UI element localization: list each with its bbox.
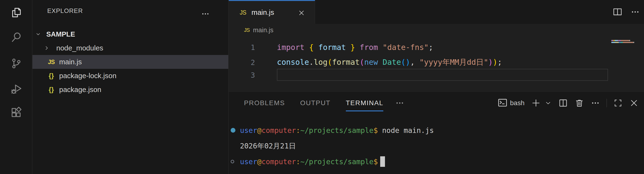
panel-tab-problems[interactable]: PROBLEMS [244, 92, 285, 114]
panel-header: PROBLEMSOUTPUTTERMINAL bash [229, 92, 644, 114]
launch-profile-chevron-icon[interactable] [544, 99, 552, 107]
js-file-icon: JS [244, 27, 250, 33]
source-control-icon[interactable] [10, 57, 23, 70]
file-row-package-lock.json[interactable]: {}package-lock.json [32, 69, 228, 83]
split-editor-icon[interactable] [612, 7, 622, 17]
panel-tab-terminal[interactable]: TERMINAL [346, 92, 384, 114]
chevron-down-icon[interactable] [35, 31, 41, 37]
maximize-panel-icon[interactable] [614, 98, 622, 108]
sidebar-more-actions-icon[interactable] [201, 10, 210, 18]
terminal-cursor [380, 156, 385, 167]
run-and-debug-icon[interactable] [10, 82, 23, 95]
code-text: console.log(format(new Date(), "yyyy年MM月… [277, 57, 502, 68]
file-row-node_modules[interactable]: node_modules [32, 41, 228, 55]
close-panel-icon[interactable] [629, 98, 639, 108]
minimap[interactable] [611, 40, 636, 44]
code-line-3[interactable]: 3 [229, 70, 277, 80]
file-label: package-lock.json [59, 72, 116, 80]
terminal-line: user@computer:~/projects/sample$ node ma… [229, 125, 434, 135]
editor-actions [612, 0, 640, 24]
file-label: package.json [59, 86, 101, 94]
command-pending-decoration-icon[interactable] [231, 160, 234, 163]
activity-bar [0, 0, 32, 174]
file-tree: SAMPLE node_modulesJSmain.js{}package-lo… [32, 27, 228, 97]
json-file-icon: {} [46, 72, 57, 80]
file-label: main.js [59, 58, 82, 66]
terminal-profile[interactable]: bash [498, 98, 524, 108]
breadcrumb: JS main.js [229, 24, 644, 36]
file-label: node_modules [56, 44, 103, 52]
js-file-icon: JS [240, 9, 246, 16]
code-line-2[interactable]: 2console.log(format(new Date(), "yyyy年MM… [229, 57, 502, 68]
file-list: node_modulesJSmain.js{}package-lock.json… [32, 41, 228, 97]
tab-main-js[interactable]: JS main.js [229, 0, 315, 24]
terminal-line: user@computer:~/projects/sample$ [229, 156, 385, 167]
minimap-line [611, 42, 636, 43]
tree-root-sample[interactable]: SAMPLE [32, 27, 228, 41]
bottom-panel: PROBLEMSOUTPUTTERMINAL bash [229, 91, 644, 174]
js-file-icon: JS [46, 59, 57, 66]
file-row-package.json[interactable]: {}package.json [32, 83, 228, 97]
extensions-icon[interactable] [10, 106, 23, 119]
json-file-icon: {} [46, 86, 57, 93]
search-icon[interactable] [10, 31, 23, 44]
line-number: 3 [229, 71, 255, 79]
tree-root-label: SAMPLE [46, 30, 75, 38]
current-line-highlight [277, 69, 608, 81]
tab-close-icon[interactable] [298, 9, 305, 17]
editor-group: JS main.js JS main.js 1import { format }… [229, 0, 644, 91]
line-number: 2 [229, 58, 255, 67]
explorer-sidebar: EXPLORER SAMPLE node_modulesJSmain.js{}p… [32, 0, 228, 174]
panel-actions: bash [498, 92, 639, 114]
file-row-main.js[interactable]: JSmain.js [32, 55, 228, 69]
panel-actions-divider [606, 99, 607, 107]
explorer-icon[interactable] [10, 6, 23, 19]
code-text: import { format } from "date-fns"; [277, 43, 433, 52]
minimap-line [611, 40, 636, 41]
panel-more-actions-icon[interactable] [591, 98, 600, 108]
panel-tabs: PROBLEMSOUTPUTTERMINAL [244, 92, 404, 114]
code-line-1[interactable]: 1import { format } from "date-fns"; [229, 42, 433, 53]
terminal-line: 2026年02月21日 [229, 141, 296, 151]
sidebar-header: EXPLORER [32, 0, 228, 22]
command-success-decoration-icon[interactable] [231, 128, 236, 133]
split-terminal-icon[interactable] [558, 98, 568, 108]
panel-tab-output[interactable]: OUTPUT [300, 92, 330, 114]
panel-tabs-more-icon[interactable] [395, 98, 404, 108]
tab-label: main.js [252, 8, 274, 17]
kill-terminal-trash-icon[interactable] [574, 98, 584, 108]
sidebar-title: EXPLORER [47, 7, 83, 15]
new-terminal-plus-icon[interactable] [531, 98, 541, 108]
tab-bar: JS main.js [229, 0, 644, 24]
editor-more-actions-icon[interactable] [631, 8, 640, 17]
line-number: 1 [229, 43, 255, 52]
shell-label: bash [510, 99, 524, 107]
breadcrumb-item-file[interactable]: main.js [253, 27, 274, 34]
chevron-right-icon [44, 45, 50, 51]
